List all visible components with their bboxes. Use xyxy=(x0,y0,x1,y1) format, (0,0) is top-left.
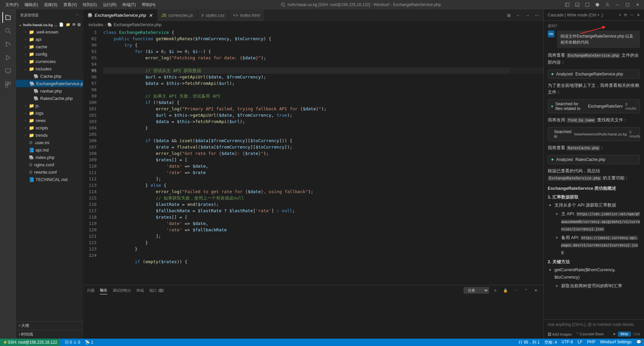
new-folder-icon[interactable]: 📁 xyxy=(66,22,70,27)
file-item[interactable]: 📘api.md xyxy=(16,146,83,154)
editor-tab[interactable]: 🐘ExchangeRateService.php✕ xyxy=(83,9,157,21)
folder-item[interactable]: ›📁config xyxy=(16,50,83,58)
list-icon[interactable]: ≡ xyxy=(492,287,499,294)
panel-tab[interactable]: 终端 xyxy=(137,287,144,294)
folder-item[interactable]: ›📁scripts xyxy=(16,124,83,131)
layout-icon[interactable] xyxy=(564,1,571,8)
new-file-icon[interactable]: 📄 xyxy=(59,22,64,27)
windsurf-settings[interactable]: Windsurf Settings xyxy=(600,340,632,345)
customize-icon[interactable] xyxy=(594,1,601,8)
panel-icon[interactable] xyxy=(574,1,581,8)
remote-icon[interactable] xyxy=(3,66,13,76)
folder-item[interactable]: ›📁.well-known xyxy=(16,28,83,36)
run-debug-icon[interactable] xyxy=(3,52,13,63)
model-selector[interactable]: ⌃ Cascade Base xyxy=(576,332,604,336)
tab-close-icon[interactable]: ✕ xyxy=(148,13,153,18)
menu-item[interactable]: 选择(S) xyxy=(41,1,60,9)
action-analyzed-2[interactable]: Analyzed RatesCache.php xyxy=(548,155,640,164)
file-item[interactable]: ⚙rewrite.conf xyxy=(16,168,83,176)
eol[interactable]: LF xyxy=(578,340,582,345)
source-control-icon[interactable] xyxy=(3,39,13,50)
search-activity-icon[interactable] xyxy=(3,25,13,36)
action-searched-in[interactable]: Searched in \www\wwwroot\huilv.haoai.us.… xyxy=(548,127,640,141)
compare-icon[interactable]: ⊞ xyxy=(505,12,513,19)
folder-item[interactable]: ›📁news xyxy=(16,117,83,124)
project-header[interactable]: ⌄ huilv.haoai.us.kg [SSH: ro... 📄 📁 ⟳ ⊟ xyxy=(16,21,83,28)
editor-tab[interactable]: JScurrencies.js xyxy=(157,9,197,21)
folder-item[interactable]: ›📁api xyxy=(16,36,83,43)
chat-mode-button[interactable]: Chat xyxy=(633,332,640,336)
encoding[interactable]: UTF-8 xyxy=(561,340,573,345)
minimize-icon[interactable]: ─ xyxy=(614,1,621,8)
close-panel-icon[interactable]: ✕ xyxy=(532,287,539,294)
send-icon[interactable]: ➤ xyxy=(613,332,616,336)
outline-section[interactable]: › 大纲 xyxy=(16,321,83,330)
file-item[interactable]: 🐘navbar.php xyxy=(16,87,83,95)
menu-item[interactable]: 帮助(H) xyxy=(139,1,158,9)
panel-tab[interactable]: 调试控制台 xyxy=(113,287,131,294)
ai-response-line: 我将查看 RatesCache.php： xyxy=(548,145,640,152)
folder-item[interactable]: ›📁js xyxy=(16,102,83,109)
file-item[interactable]: 📘TECHNICAL.md xyxy=(16,176,83,183)
more-cascade-icon[interactable]: ⋯ xyxy=(630,13,634,17)
add-images-button[interactable]: 🖼 Add images xyxy=(548,332,572,336)
collapse-icon[interactable]: ⊟ xyxy=(77,22,80,27)
indentation[interactable]: 空格: 4 xyxy=(544,340,557,345)
file-item[interactable]: 🐘Cache.php xyxy=(16,72,83,80)
more-panel-icon[interactable]: ⋯ xyxy=(512,287,519,294)
lock-icon[interactable]: 🔒 xyxy=(502,287,509,294)
cursor-position[interactable]: 行 95，列 1 xyxy=(519,340,540,345)
minimap[interactable] xyxy=(510,28,543,285)
breadcrumb[interactable]: includes › 🐘 ExchangeRateService.php xyxy=(83,21,543,28)
maximize-panel-icon[interactable]: ⌃ xyxy=(522,287,529,294)
code-content[interactable]: class ExchangeRateService { public funct… xyxy=(103,28,543,285)
history-icon[interactable]: ⟳ xyxy=(624,13,627,17)
remote-indicator[interactable]: ⚡ SSH: root@156.225.18.122 xyxy=(0,339,60,346)
new-chat-icon[interactable]: + xyxy=(619,13,621,17)
output-channel-dropdown[interactable]: 任务 xyxy=(464,287,489,294)
more-tabs-icon[interactable]: ⋯ xyxy=(533,12,541,19)
file-item[interactable]: ⚙.user.ini xyxy=(16,139,83,146)
maximize-icon[interactable] xyxy=(624,1,631,8)
explorer-icon[interactable] xyxy=(2,12,13,23)
folder-item[interactable]: ›📁logs xyxy=(16,109,83,117)
folder-item[interactable]: ›📁cache xyxy=(16,43,83,50)
menu-item[interactable]: 编辑(E) xyxy=(22,1,41,9)
timeline-section[interactable]: › 时间线 xyxy=(16,330,83,339)
folder-item[interactable]: ›📁trends xyxy=(16,131,83,139)
action-searched[interactable]: Searched for files related to ExchangeRa… xyxy=(548,99,640,113)
folder-item[interactable]: ⌄📁includes xyxy=(16,65,83,72)
extensions-icon[interactable] xyxy=(3,79,13,90)
editor-tab[interactable]: <>index.html xyxy=(229,9,264,21)
write-mode-button[interactable]: Write xyxy=(618,332,631,337)
editor-tab[interactable]: #styles.css xyxy=(197,9,229,21)
cascade-input[interactable] xyxy=(548,322,640,327)
grid-icon[interactable] xyxy=(584,1,591,8)
close-icon[interactable]: ✕ xyxy=(634,1,641,8)
file-item[interactable]: 🐘RatesCache.php xyxy=(16,95,83,102)
menu-item[interactable]: 终端(T) xyxy=(120,1,138,9)
account-icon[interactable] xyxy=(604,1,611,8)
menu-item[interactable]: 查看(V) xyxy=(61,1,79,9)
menu-item[interactable]: 运行(R) xyxy=(100,1,119,9)
folder-item[interactable]: ›📁currencies xyxy=(16,58,83,65)
menu-item[interactable]: 文件(F) xyxy=(3,1,21,9)
file-item[interactable]: 🐘index.php xyxy=(16,154,83,161)
feedback-icon[interactable]: 💬 xyxy=(636,340,641,345)
close-cascade-icon[interactable]: ✕ xyxy=(637,13,640,17)
panel-tab[interactable]: 输出 xyxy=(100,286,107,294)
next-icon[interactable]: → xyxy=(524,12,531,19)
ports-status[interactable]: 📡 1 xyxy=(85,340,93,345)
refresh-icon[interactable]: ⟳ xyxy=(72,22,75,27)
file-item[interactable]: ⚙nginx.conf xyxy=(16,161,83,168)
problems-status[interactable]: ⓧ 0 ⚠ 0 xyxy=(65,340,80,345)
more-icon[interactable]: ⋯ xyxy=(75,13,79,17)
action-analyzed[interactable]: Analyzed ExchangeRateService.php xyxy=(548,69,640,79)
language-mode[interactable]: PHP xyxy=(587,340,595,345)
code-editor[interactable]: 3829092939495969798991001011021031041051… xyxy=(83,28,543,285)
menu-item[interactable]: 转到(G) xyxy=(80,1,99,9)
prev-icon[interactable]: ← xyxy=(515,12,522,19)
file-item[interactable]: 🐘ExchangeRateService.php xyxy=(16,80,83,87)
panel-tab[interactable]: 问题 xyxy=(87,287,95,294)
panel-tab[interactable]: 端口1 xyxy=(149,287,164,294)
